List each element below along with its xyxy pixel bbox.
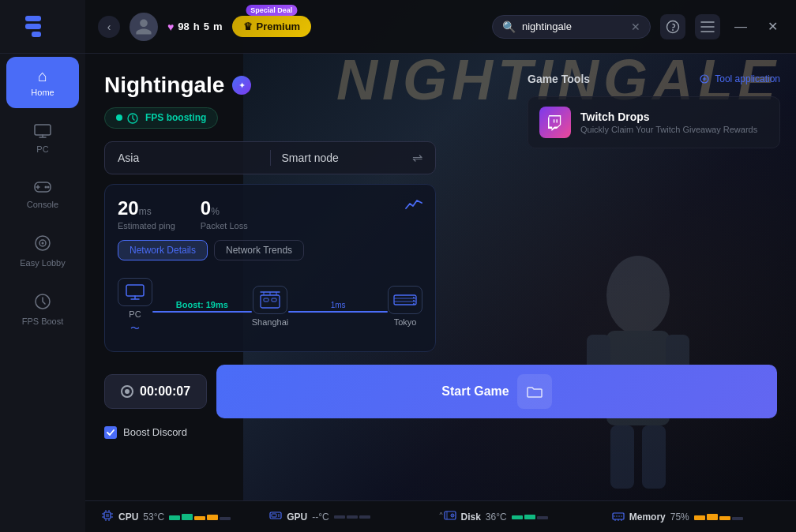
svg-point-14 xyxy=(667,21,679,32)
svg-point-15 xyxy=(672,29,674,31)
timer-button[interactable]: 00:00:07 xyxy=(104,374,207,409)
sidebar-item-fps-boost[interactable]: FPS Boost xyxy=(0,282,85,337)
svg-rect-25 xyxy=(394,295,416,305)
filter-icon[interactable]: ⇌ xyxy=(412,150,422,165)
start-game-label: Start Game xyxy=(441,384,509,399)
premium-button[interactable]: Special Deal ♛ Premium xyxy=(232,16,312,37)
sidebar-item-easy-lobby[interactable]: Easy Lobby xyxy=(0,223,85,279)
memory-icon xyxy=(612,511,625,523)
tool-application-link[interactable]: Tool application xyxy=(700,73,780,84)
sidebar-item-console[interactable]: Console xyxy=(0,168,85,220)
fps-boost-label xyxy=(127,112,141,124)
gpu-label: GPU xyxy=(287,511,307,523)
shanghai-node-icon xyxy=(253,286,287,314)
pc-node-icon xyxy=(118,278,152,306)
network-path: PC 〜 Boost: 19ms Shanghai 1ms xyxy=(118,272,422,339)
boost-discord-row: Boost Discord xyxy=(104,426,777,439)
minimize-button[interactable]: — xyxy=(730,16,752,38)
svg-point-9 xyxy=(47,186,50,189)
chart-button[interactable] xyxy=(405,197,422,215)
home-icon: ⌂ xyxy=(38,68,47,84)
close-button[interactable]: ✕ xyxy=(761,16,783,38)
shanghai-to-tokyo-line: 1ms xyxy=(288,301,388,313)
tool-desc: Quickly Claim Your Twitch Giveaway Rewar… xyxy=(580,125,757,134)
sidebar-item-pc[interactable]: PC xyxy=(0,113,85,165)
game-tools-title: Game Tools xyxy=(528,73,590,85)
sidebar-item-label-fps-boost: FPS Boost xyxy=(22,317,64,326)
cpu-icon xyxy=(101,509,114,524)
region-label: Asia xyxy=(118,152,259,164)
tokyo-node: Tokyo xyxy=(388,286,422,327)
pc-node: PC 〜 xyxy=(118,278,152,335)
sidebar-item-home[interactable]: ⌂ Home xyxy=(6,57,79,108)
health-h: h xyxy=(193,21,200,32)
status-bar: CPU 53°C GPU --°C ˄ Disk 36°C xyxy=(85,500,796,532)
fps-label-text: FPS boosting xyxy=(145,112,206,123)
back-button[interactable]: ‹ xyxy=(98,16,120,38)
ping-value: 20 xyxy=(118,197,139,219)
cpu-value: 53°C xyxy=(143,511,164,523)
boost-discord-checkbox[interactable] xyxy=(104,426,117,439)
svg-rect-19 xyxy=(264,298,268,302)
fps-boost-icon xyxy=(34,293,51,313)
svg-point-49 xyxy=(452,515,453,516)
svg-rect-18 xyxy=(261,295,280,308)
start-game-button[interactable]: Start Game xyxy=(216,365,777,418)
topbar: ‹ ♥ 98 h 5 m Special Deal ♛ Premium 🔍 ✕ … xyxy=(85,0,796,54)
search-input[interactable] xyxy=(522,21,625,32)
menu-button[interactable] xyxy=(695,14,720,39)
network-trends-button[interactable]: Network Trends xyxy=(214,240,304,260)
tool-app-link-label: Tool application xyxy=(715,73,780,84)
sidebar-item-label-home: Home xyxy=(31,88,54,97)
packet-stat: 0% Packet Loss xyxy=(201,197,248,230)
ping-value-row: 20ms xyxy=(118,197,175,219)
crown-icon: ♛ xyxy=(243,21,253,32)
disk-bar-chart xyxy=(512,515,548,519)
cpu-label: CPU xyxy=(118,511,138,523)
game-badge: ✦ xyxy=(232,76,251,95)
support-button[interactable] xyxy=(660,14,685,39)
packet-unit: % xyxy=(211,206,220,217)
packet-label: Packet Loss xyxy=(201,221,248,230)
svg-point-29 xyxy=(413,300,415,302)
disk-status: Disk 36°C xyxy=(444,510,612,523)
disk-label: Disk xyxy=(461,511,481,523)
sidebar: ⌂ Home PC Console Easy Lobby FPS Boost xyxy=(0,0,85,532)
pc-label: PC xyxy=(129,309,141,319)
network-details-button[interactable]: Network Details xyxy=(118,240,208,260)
search-box[interactable]: 🔍 ✕ xyxy=(492,15,651,39)
ping-stat: 20ms Estimated ping xyxy=(118,197,175,230)
badge-icon: ✦ xyxy=(238,81,246,91)
svg-rect-6 xyxy=(35,125,51,135)
game-tools-panel: Game Tools Tool application Twitch Drops… xyxy=(512,54,796,167)
sidebar-item-label-pc: PC xyxy=(36,144,48,154)
health-m: m xyxy=(213,21,223,32)
svg-point-30 xyxy=(413,303,415,305)
cpu-status: CPU 53°C xyxy=(101,509,269,524)
boost-discord-label: Boost Discord xyxy=(123,426,187,438)
fps-boost-badge[interactable]: FPS boosting xyxy=(104,107,218,129)
logo-area[interactable] xyxy=(0,0,85,54)
shanghai-node: Shanghai xyxy=(252,286,289,327)
search-clear-button[interactable]: ✕ xyxy=(631,21,640,33)
tool-info: Twitch Drops Quickly Claim Your Twitch G… xyxy=(580,111,757,134)
memory-label: Memory xyxy=(629,511,666,523)
gpu-icon xyxy=(269,510,282,523)
user-avatar[interactable] xyxy=(130,13,158,41)
sidebar-item-label-easy-lobby: Easy Lobby xyxy=(20,258,65,268)
memory-value: 75% xyxy=(670,511,689,523)
boost-label: Boost: 19ms xyxy=(176,300,228,309)
game-title: Nightingale xyxy=(104,73,224,98)
gpu-status: GPU --°C xyxy=(269,510,437,523)
fps-dot xyxy=(116,114,122,121)
pc-to-shanghai-line: Boost: 19ms xyxy=(152,300,252,313)
sidebar-item-label-console: Console xyxy=(27,200,58,209)
region-selector: Asia Smart node ⇌ xyxy=(104,141,436,174)
game-tools-header: Game Tools Tool application xyxy=(528,73,780,85)
pc-icon xyxy=(34,124,51,140)
svg-point-28 xyxy=(413,297,415,298)
easy-lobby-icon xyxy=(34,234,51,254)
tokyo-node-icon xyxy=(388,286,422,314)
status-chevron[interactable]: ˄ xyxy=(438,511,444,523)
tool-card-twitch[interactable]: Twitch Drops Quickly Claim Your Twitch G… xyxy=(528,96,780,148)
